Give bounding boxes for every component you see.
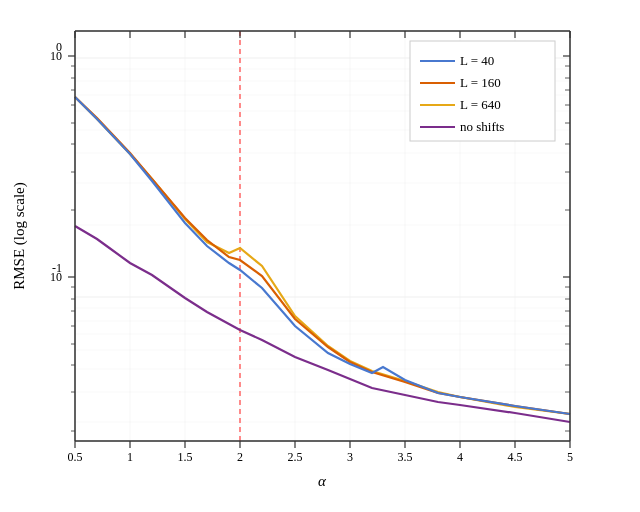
legend-label-L640: L = 640 — [460, 97, 501, 112]
x-tick-2: 2 — [237, 450, 243, 464]
x-tick-4: 4 — [457, 450, 463, 464]
x-tick-0.5: 0.5 — [68, 450, 83, 464]
x-tick-3.5: 3.5 — [398, 450, 413, 464]
legend-label-L40: L = 40 — [460, 53, 494, 68]
x-tick-1: 1 — [127, 450, 133, 464]
legend-label-L160: L = 160 — [460, 75, 501, 90]
x-axis-label: α — [318, 473, 327, 489]
x-tick-2.5: 2.5 — [288, 450, 303, 464]
x-tick-1.5: 1.5 — [178, 450, 193, 464]
legend-label-noshifts: no shifts — [460, 119, 504, 134]
y-tick-1-exp: 0 — [56, 40, 62, 54]
y-tick-0.1-exp: -1 — [52, 261, 62, 275]
y-axis-label: RMSE (log scale) — [11, 182, 28, 289]
x-tick-5: 5 — [567, 450, 573, 464]
x-tick-4.5: 4.5 — [508, 450, 523, 464]
x-tick-3: 3 — [347, 450, 353, 464]
chart-container: 0.5 1 1.5 2 2.5 3 3.5 4 4.5 5 α — [10, 11, 630, 501]
